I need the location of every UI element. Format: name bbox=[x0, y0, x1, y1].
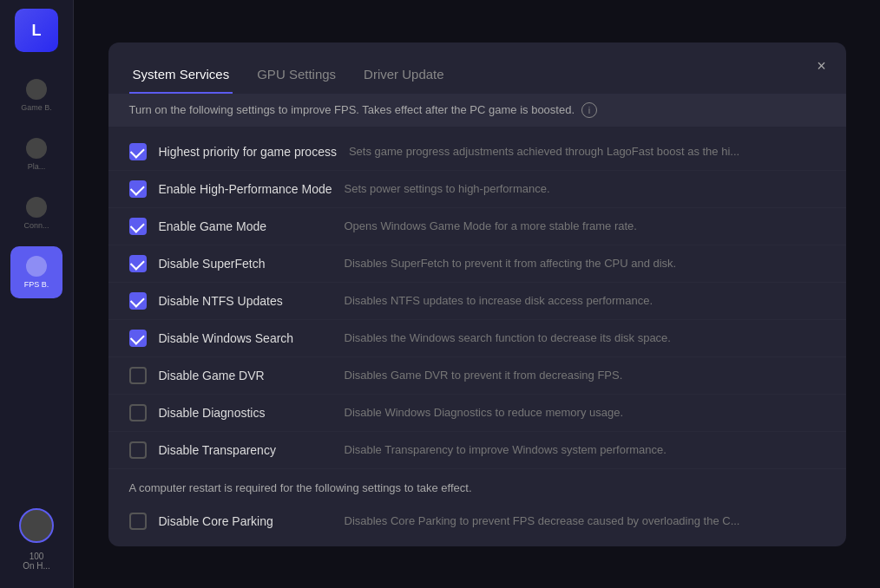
checkbox-8[interactable] bbox=[129, 441, 147, 459]
checkbox-5[interactable] bbox=[129, 330, 147, 347]
checkbox-4[interactable] bbox=[129, 292, 147, 310]
info-icon[interactable]: i bbox=[581, 102, 597, 118]
service-row-2[interactable]: Enable Game Mode Opens Windows Game Mode… bbox=[108, 208, 846, 245]
tab-system-services[interactable]: System Services bbox=[129, 60, 233, 94]
dialog-close-button[interactable]: × bbox=[810, 55, 834, 79]
checkbox-core-parking[interactable] bbox=[129, 513, 147, 530]
sidebar-item-connect[interactable]: Conn... bbox=[10, 187, 62, 239]
services-list[interactable]: Highest priority for game process Sets g… bbox=[108, 127, 846, 546]
tab-bar: System Services GPU Settings Driver Upda… bbox=[129, 60, 825, 94]
checkbox-0[interactable] bbox=[129, 143, 147, 160]
service-row-7[interactable]: Disable Diagnostics Disable Windows Diag… bbox=[108, 395, 846, 432]
sidebar: L Game B. Pla... Conn... FPS B. 100 On H… bbox=[0, 0, 74, 588]
sidebar-item-platform[interactable]: Pla... bbox=[10, 128, 62, 180]
dialog-overlay: × System Services GPU Settings Driver Up… bbox=[74, 0, 880, 588]
service-row-5[interactable]: Disable Windows Search Disables the Wind… bbox=[108, 320, 846, 357]
game-boost-icon bbox=[26, 79, 47, 100]
checkbox-2[interactable] bbox=[129, 218, 147, 235]
service-row-6[interactable]: Disable Game DVR Disables Game DVR to pr… bbox=[108, 357, 846, 395]
service-row-3[interactable]: Disable SuperFetch Disables SuperFetch t… bbox=[108, 245, 846, 283]
checkbox-6[interactable] bbox=[129, 367, 147, 384]
restart-notice: A computer restart is required for the f… bbox=[108, 469, 846, 503]
user-score: 100 On H... bbox=[23, 552, 50, 571]
user-avatar bbox=[19, 508, 54, 543]
dialog-subtitle: Turn on the following settings to improv… bbox=[108, 94, 846, 127]
app-logo: L bbox=[15, 9, 58, 52]
service-row-0[interactable]: Highest priority for game process Sets g… bbox=[108, 134, 846, 171]
main-area: × System Services GPU Settings Driver Up… bbox=[74, 0, 880, 588]
restart-service-row-0[interactable]: Disable Core Parking Disables Core Parki… bbox=[108, 503, 846, 539]
sidebar-item-game-boost[interactable]: Game B. bbox=[10, 69, 62, 121]
connect-icon bbox=[26, 197, 47, 218]
tab-gpu-settings[interactable]: GPU Settings bbox=[253, 60, 339, 94]
system-services-dialog: × System Services GPU Settings Driver Up… bbox=[108, 42, 846, 546]
fps-boost-icon bbox=[26, 256, 47, 277]
sidebar-item-fps-boost[interactable]: FPS B. bbox=[10, 246, 62, 298]
checkbox-3[interactable] bbox=[129, 255, 147, 272]
dialog-header: System Services GPU Settings Driver Upda… bbox=[108, 42, 846, 94]
app-background: L Game B. Pla... Conn... FPS B. 100 On H… bbox=[0, 0, 880, 588]
tab-driver-update[interactable]: Driver Update bbox=[360, 60, 448, 94]
service-row-8[interactable]: Disable Transparency Disable Transparenc… bbox=[108, 432, 846, 469]
checkbox-1[interactable] bbox=[129, 180, 147, 198]
platform-icon bbox=[26, 138, 47, 159]
sidebar-bottom: 100 On H... bbox=[19, 508, 54, 588]
service-row-1[interactable]: Enable High-Performance Mode Sets power … bbox=[108, 171, 846, 208]
service-row-4[interactable]: Disable NTFS Updates Disables NTFS updat… bbox=[108, 283, 846, 320]
checkbox-7[interactable] bbox=[129, 404, 147, 421]
